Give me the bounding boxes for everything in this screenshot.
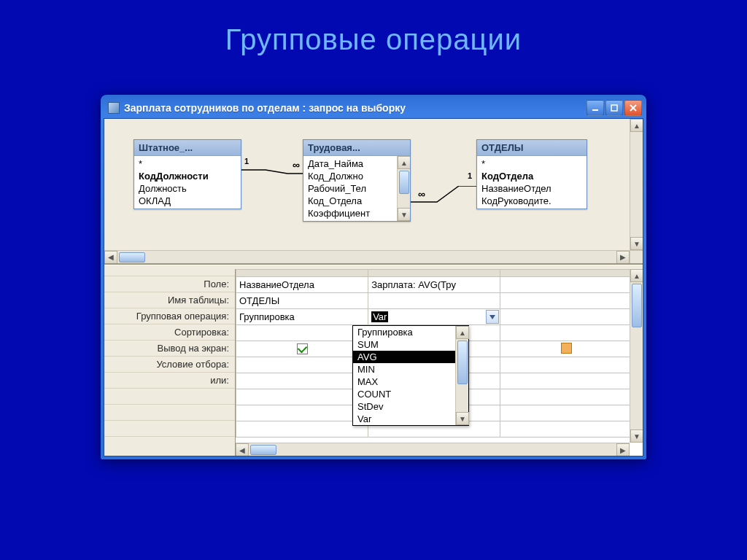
show-checkbox[interactable] bbox=[297, 343, 308, 354]
window-titlebar: Зарплата сотрудников по отделам : запрос… bbox=[104, 98, 643, 118]
entity-field-list[interactable]: * КодДолжности Должность ОКЛАД bbox=[134, 156, 241, 209]
entity-scrollbar[interactable]: ▲ ▼ bbox=[397, 156, 410, 221]
qbe-grid[interactable]: НазваниеОтдела Зарплата: AVG(Тру ОТДЕЛЫ bbox=[236, 269, 643, 456]
entity-labor[interactable]: Трудовая... Дата_Найма Код_Должно Рабочи… bbox=[303, 139, 411, 222]
client-area: 1 ∞ ∞ 1 Штатное_... * КодДолжности Должн… bbox=[104, 118, 643, 456]
criteria-cell[interactable] bbox=[236, 357, 368, 373]
relationship-pane[interactable]: 1 ∞ ∞ 1 Штатное_... * КодДолжности Должн… bbox=[104, 119, 643, 265]
table-cell[interactable] bbox=[368, 293, 500, 309]
scroll-down-button[interactable]: ▼ bbox=[630, 237, 643, 250]
entity-field-list[interactable]: Дата_Найма Код_Должно Рабочий_Тел Код_От… bbox=[303, 156, 410, 221]
svg-rect-1 bbox=[611, 105, 617, 111]
groupop-dropdown[interactable]: Группировка SUM AVG MIN MAX COUNT StDev … bbox=[352, 325, 469, 426]
or-cell[interactable] bbox=[236, 373, 368, 389]
groupop-cell[interactable]: Группировка bbox=[236, 309, 368, 325]
selected-text: Var bbox=[371, 311, 388, 322]
dropdown-scrollbar[interactable]: ▲ ▼ bbox=[455, 326, 468, 425]
relation-many-label-2: ∞ bbox=[418, 188, 425, 200]
dropdown-item[interactable]: AVG bbox=[353, 351, 455, 363]
minimize-button[interactable] bbox=[587, 100, 604, 116]
groupop-cell[interactable] bbox=[500, 309, 632, 325]
scroll-left-button[interactable]: ◀ bbox=[104, 251, 117, 264]
relationship-canvas[interactable]: 1 ∞ ∞ 1 Штатное_... * КодДолжности Должн… bbox=[104, 119, 630, 250]
show-cell[interactable] bbox=[236, 341, 368, 357]
scroll-corner bbox=[630, 250, 643, 263]
field[interactable]: КодДолжности bbox=[134, 170, 241, 182]
scroll-down-button[interactable]: ▼ bbox=[398, 208, 410, 221]
entity-header[interactable]: ОТДЕЛЫ bbox=[477, 140, 587, 156]
dropdown-button[interactable] bbox=[486, 310, 499, 324]
dropdown-item[interactable]: Группировка bbox=[353, 326, 455, 338]
field[interactable]: Коэффициент bbox=[303, 207, 397, 219]
col-selector[interactable] bbox=[236, 270, 368, 277]
relpane-hscroll[interactable]: ◀ ▶ bbox=[104, 250, 630, 263]
query-designer-window: Зарплата сотрудников по отделам : запрос… bbox=[101, 95, 646, 459]
qbe-vscroll[interactable]: ▲ ▼ bbox=[630, 269, 643, 443]
qbe-hscroll[interactable]: ◀ ▶ bbox=[236, 443, 630, 456]
entity-staff[interactable]: Штатное_... * КодДолжности Должность ОКЛ… bbox=[133, 139, 241, 209]
row-label: Условие отбора: bbox=[104, 357, 235, 373]
groupop-cell[interactable]: Var bbox=[368, 309, 500, 325]
entity-header[interactable]: Штатное_... bbox=[134, 140, 241, 156]
sort-cell[interactable] bbox=[236, 325, 368, 341]
show-checkbox[interactable] bbox=[561, 343, 572, 354]
field[interactable]: Рабочий_Тел bbox=[303, 182, 397, 195]
maximize-button[interactable] bbox=[605, 100, 623, 116]
field[interactable]: Код_Отдела bbox=[303, 195, 397, 207]
row-label: Вывод на экран: bbox=[104, 341, 235, 357]
show-cell[interactable] bbox=[500, 341, 632, 357]
scroll-up-button[interactable]: ▲ bbox=[456, 326, 469, 339]
relpane-vscroll[interactable]: ▲ ▼ bbox=[630, 119, 643, 250]
field-cell[interactable]: НазваниеОтдела bbox=[236, 277, 368, 293]
svg-rect-0 bbox=[592, 109, 598, 111]
col-selector[interactable] bbox=[500, 270, 632, 277]
scroll-right-button[interactable]: ▶ bbox=[616, 251, 630, 264]
scroll-down-button[interactable]: ▼ bbox=[630, 429, 643, 443]
scroll-up-button[interactable]: ▲ bbox=[630, 269, 643, 282]
field[interactable]: * bbox=[134, 158, 241, 170]
window-icon bbox=[108, 102, 120, 114]
qbe-pane: Поле: Имя таблицы: Групповая операция: С… bbox=[104, 269, 643, 456]
field[interactable]: НазваниеОтдел bbox=[477, 182, 587, 195]
scroll-down-button[interactable]: ▼ bbox=[456, 412, 469, 425]
relation-one-label-2: 1 bbox=[468, 171, 472, 180]
entity-header[interactable]: Трудовая... bbox=[303, 140, 410, 156]
dropdown-item[interactable]: StDev bbox=[353, 400, 455, 413]
row-label: Имя таблицы: bbox=[104, 292, 235, 308]
field[interactable]: Код_Должно bbox=[303, 170, 397, 182]
field[interactable]: Дата_Найма bbox=[303, 158, 397, 170]
scroll-right-button[interactable]: ▶ bbox=[616, 443, 630, 456]
field[interactable]: ОКЛАД bbox=[134, 195, 241, 207]
sort-cell[interactable] bbox=[500, 325, 632, 341]
table-cell[interactable] bbox=[500, 293, 632, 309]
field-cell[interactable]: Зарплата: AVG(Тру bbox=[368, 277, 500, 293]
field[interactable]: * bbox=[477, 158, 587, 170]
scroll-up-button[interactable]: ▲ bbox=[398, 156, 410, 169]
dropdown-item[interactable]: SUM bbox=[353, 338, 455, 351]
scroll-left-button[interactable]: ◀ bbox=[236, 443, 249, 456]
or-cell[interactable] bbox=[500, 373, 632, 389]
dropdown-item[interactable]: COUNT bbox=[353, 388, 455, 400]
criteria-cell[interactable] bbox=[500, 357, 632, 373]
slide-title: Групповые операции bbox=[0, 0, 747, 74]
close-button[interactable] bbox=[624, 100, 642, 116]
scroll-up-button[interactable]: ▲ bbox=[630, 119, 643, 132]
field[interactable]: КодОтдела bbox=[477, 170, 587, 182]
dropdown-item[interactable]: MIN bbox=[353, 363, 455, 376]
entity-departments[interactable]: ОТДЕЛЫ * КодОтдела НазваниеОтдел КодРуко… bbox=[476, 139, 587, 209]
field[interactable]: КодРуководите. bbox=[477, 195, 587, 207]
window-title: Зарплата сотрудников по отделам : запрос… bbox=[124, 102, 587, 114]
relation-many-label: ∞ bbox=[293, 159, 300, 171]
relation-one-label: 1 bbox=[244, 157, 249, 166]
window-buttons bbox=[587, 100, 642, 116]
row-label: или: bbox=[104, 373, 235, 389]
field[interactable]: Должность bbox=[134, 182, 241, 195]
entity-field-list[interactable]: * КодОтдела НазваниеОтдел КодРуководите. bbox=[477, 156, 587, 209]
field-cell[interactable] bbox=[500, 277, 632, 293]
qbe-row-labels: Поле: Имя таблицы: Групповая операция: С… bbox=[104, 269, 236, 456]
table-cell[interactable]: ОТДЕЛЫ bbox=[236, 293, 368, 309]
dropdown-item[interactable]: Var bbox=[353, 413, 455, 425]
dropdown-item[interactable]: MAX bbox=[353, 376, 455, 388]
col-selector[interactable] bbox=[368, 270, 500, 277]
row-label: Поле: bbox=[104, 276, 235, 292]
